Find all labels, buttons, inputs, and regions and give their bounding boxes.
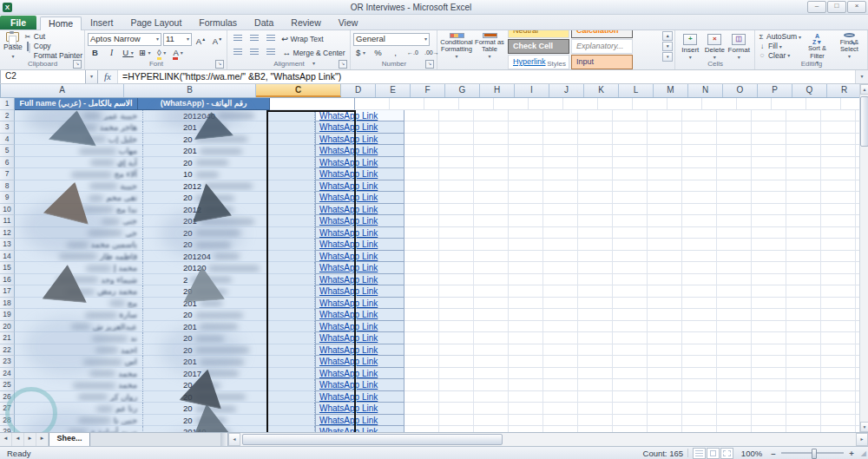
empty-cell[interactable]: [786, 321, 821, 333]
empty-cell[interactable]: [613, 168, 648, 180]
empty-cell[interactable]: [821, 110, 856, 122]
scroll-right-button[interactable]: ►: [856, 433, 868, 446]
empty-cell[interactable]: [509, 134, 543, 146]
empty-cell[interactable]: [613, 192, 648, 204]
empty-cell[interactable]: [717, 321, 752, 333]
empty-cell[interactable]: [578, 110, 613, 122]
empty-cell[interactable]: [509, 110, 543, 122]
empty-cell[interactable]: [821, 239, 856, 251]
whatsapp-link[interactable]: WhatsApp Link: [319, 275, 378, 285]
empty-cell[interactable]: [404, 204, 439, 216]
phone-cell[interactable]: 2012: [143, 180, 315, 193]
empty-cell[interactable]: [856, 239, 859, 251]
empty-cell[interactable]: [717, 251, 752, 263]
empty-cell[interactable]: [682, 379, 717, 391]
empty-cell[interactable]: [821, 391, 856, 403]
empty-cell[interactable]: [786, 356, 821, 368]
empty-cell[interactable]: [786, 262, 821, 274]
whatsapp-link[interactable]: WhatsApp Link: [319, 345, 378, 355]
empty-cell[interactable]: [474, 321, 509, 333]
empty-cell[interactable]: [752, 391, 786, 403]
phone-cell[interactable]: 2012040: [143, 110, 315, 122]
empty-cell[interactable]: [543, 157, 578, 169]
empty-cell[interactable]: [786, 180, 821, 193]
empty-cell[interactable]: [439, 321, 474, 333]
gallery-scroll-up-button[interactable]: ▲: [662, 31, 673, 41]
column-header-n[interactable]: N: [688, 84, 723, 97]
empty-cell[interactable]: [648, 251, 682, 263]
empty-cell[interactable]: [821, 356, 856, 368]
empty-cell[interactable]: [648, 215, 682, 227]
empty-cell[interactable]: [474, 403, 509, 415]
empty-cell[interactable]: [613, 239, 648, 251]
merge-center-button[interactable]: ↔ Merge & Center ▾: [279, 47, 348, 60]
column-header-m[interactable]: M: [654, 84, 688, 97]
empty-cell[interactable]: [474, 145, 509, 157]
whatsapp-link-cell[interactable]: WhatsApp Link: [315, 274, 404, 286]
empty-cell[interactable]: [509, 274, 543, 286]
empty-cell[interactable]: [717, 239, 752, 251]
find-select-button[interactable]: Find & Select ▾: [833, 32, 865, 60]
tab-page-layout[interactable]: Page Layout: [122, 16, 190, 30]
column-header-c[interactable]: C: [256, 84, 341, 97]
name-cell[interactable]: احمد: [15, 344, 143, 357]
empty-cell[interactable]: [717, 285, 752, 298]
empty-cell[interactable]: [786, 168, 821, 180]
percent-style-button[interactable]: %: [371, 47, 385, 60]
whatsapp-link[interactable]: WhatsApp Link: [319, 193, 378, 202]
next-sheet-button[interactable]: ►: [24, 433, 36, 446]
empty-cell[interactable]: [543, 134, 578, 146]
empty-cell[interactable]: [856, 157, 859, 169]
empty-cell[interactable]: [856, 134, 859, 146]
empty-cell[interactable]: [543, 180, 578, 193]
empty-cell[interactable]: [717, 145, 752, 157]
empty-cell[interactable]: [821, 368, 856, 380]
empty-cell[interactable]: [786, 251, 821, 263]
empty-cell[interactable]: [404, 403, 439, 415]
whatsapp-link[interactable]: WhatsApp Link: [319, 146, 378, 155]
empty-cell[interactable]: [717, 298, 752, 310]
format-painter-button[interactable]: Format Painter: [23, 50, 82, 60]
empty-cell[interactable]: [613, 415, 648, 427]
empty-cell[interactable]: [439, 168, 474, 180]
empty-cell[interactable]: [752, 426, 786, 432]
phone-cell[interactable]: 2012: [143, 204, 315, 216]
row-header-6[interactable]: 6: [0, 157, 15, 169]
empty-cell[interactable]: [509, 262, 543, 274]
close-button[interactable]: ×: [847, 1, 866, 13]
empty-cell[interactable]: [543, 121, 578, 134]
empty-cell[interactable]: [613, 309, 648, 321]
empty-cell[interactable]: [717, 157, 752, 169]
empty-cell[interactable]: [717, 344, 752, 357]
empty-cell[interactable]: [474, 157, 509, 169]
vertical-scroll-thumb[interactable]: [860, 96, 868, 147]
empty-cell[interactable]: [509, 298, 543, 310]
empty-cell[interactable]: [682, 415, 717, 427]
empty-cell[interactable]: [404, 168, 439, 180]
empty-cell[interactable]: [821, 298, 856, 310]
empty-cell[interactable]: [752, 379, 786, 391]
empty-cell[interactable]: [786, 391, 821, 403]
font-dialog-launcher[interactable]: ↘: [215, 60, 224, 69]
whatsapp-link[interactable]: WhatsApp Link: [319, 310, 378, 319]
empty-cell[interactable]: [752, 145, 786, 157]
phone-cell[interactable]: 20140: [143, 426, 315, 432]
empty-cell[interactable]: [439, 215, 474, 227]
empty-cell[interactable]: [786, 227, 821, 239]
row-header-14[interactable]: 14: [0, 251, 15, 263]
row-header-29[interactable]: 29: [0, 426, 15, 432]
empty-cell[interactable]: [578, 251, 613, 263]
empty-cell[interactable]: [821, 157, 856, 169]
empty-cell[interactable]: [578, 239, 613, 251]
empty-cell[interactable]: [578, 157, 613, 169]
column-header-o[interactable]: O: [723, 84, 758, 97]
empty-cell[interactable]: [613, 262, 648, 274]
empty-cell[interactable]: [613, 379, 648, 391]
zoom-level-button[interactable]: 100%: [740, 449, 764, 458]
whatsapp-link[interactable]: WhatsApp Link: [319, 416, 378, 425]
empty-cell[interactable]: [439, 298, 474, 310]
empty-cell[interactable]: [439, 192, 474, 204]
empty-cell[interactable]: [737, 98, 772, 110]
phone-cell[interactable]: 20: [143, 239, 315, 251]
name-cell[interactable]: حبيبة عمر: [15, 110, 143, 122]
